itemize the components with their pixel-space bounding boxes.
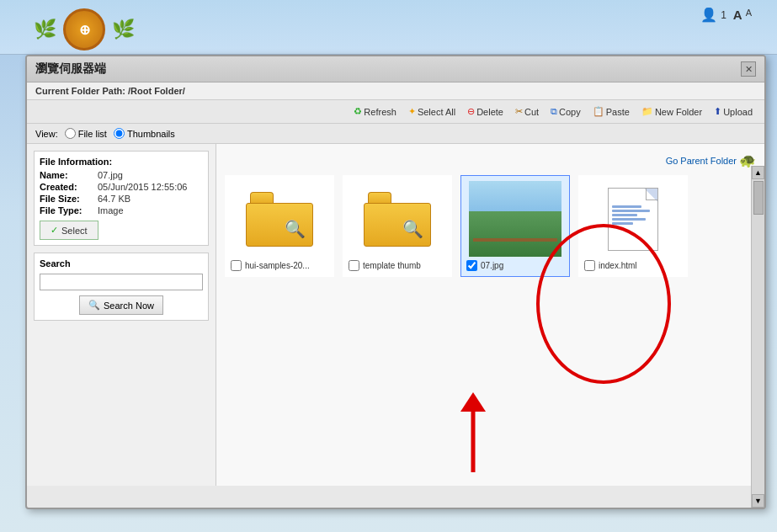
type-value: Image [98,205,124,215]
cut-button[interactable]: ✂ Cut [512,104,542,119]
dialog-close-button[interactable]: ✕ [741,61,756,77]
toolbar: ♻ Refresh ✦ Select All ⊖ Delete ✂ Cut ⧉ … [27,100,764,124]
go-parent-button[interactable]: Go Parent Folder 🐢 [666,152,756,168]
refresh-button[interactable]: ♻ Refresh [350,104,400,119]
cut-icon: ✂ [515,106,523,117]
red-arrow-annotation [439,388,507,486]
select-all-button[interactable]: ✦ Select All [405,104,459,119]
thumb-checkbox-2[interactable] [349,260,359,271]
upload-icon: ⬆ [714,106,721,117]
dialog-title: 瀏覽伺服器端 [35,61,106,77]
right-panel[interactable]: Go Parent Folder 🐢 🔍 [216,144,764,486]
upload-button[interactable]: ⬆ Upload [710,104,756,119]
size-value: 64.7 KB [98,194,130,204]
thumb-image-area-1: 🔍 [233,181,326,257]
scroll-up-button[interactable]: ▲ [752,166,764,179]
logo-icon: ⊕ [63,8,105,51]
size-row: File Size: 64.7 KB [40,194,203,204]
paste-icon: 📋 [593,106,604,117]
paste-button[interactable]: 📋 Paste [589,104,633,119]
thumb-image-area-3 [469,181,561,257]
checkmark-icon: ✓ [51,225,58,236]
content-area: File Information: Name: 07.jpg Created: … [27,144,764,486]
copy-button[interactable]: ⧉ Copy [547,104,584,119]
thumb-label-1: hui-samples-20... [245,261,310,270]
name-row: Name: 07.jpg [40,170,203,180]
search-icon: 🔍 [88,300,100,311]
thumb-image-area-2: 🔍 [351,181,444,257]
file-list-radio[interactable] [65,128,76,139]
type-row: File Type: Image [40,205,203,215]
created-row: Created: 05/Jun/2015 12:55:06 [40,182,203,192]
thumb-label-4: index.html [599,261,637,270]
svg-marker-1 [460,392,486,412]
folder-icon-1: 🔍 [246,192,313,247]
search-section: Search 🔍 Search Now [34,253,209,321]
thumb-label-2: template thumb [363,261,421,270]
name-value: 07.jpg [98,170,123,180]
list-item[interactable]: 07.jpg [460,175,570,277]
search-now-button[interactable]: 🔍 Search Now [79,295,163,315]
list-item[interactable]: 🔍 hui-samples-20... [225,175,334,277]
image-preview-3 [469,181,561,257]
font-small-btn[interactable]: A [746,8,752,22]
thumbnails-radio[interactable] [114,128,125,139]
font-large-btn[interactable]: A [733,8,742,22]
user-area: 👤 1 [700,7,726,23]
left-panel: File Information: Name: 07.jpg Created: … [27,144,216,486]
search-input[interactable] [40,274,203,290]
path-label: Current Folder Path: [35,86,125,96]
checkbox-row-4: index.html [584,260,682,271]
folder-icon-2: 🔍 [364,192,431,247]
created-value: 05/Jun/2015 12:55:06 [98,182,187,192]
select-button[interactable]: ✓ Select [40,221,98,240]
path-value: /Root Folder/ [128,86,185,96]
logo-area: 🌿 ⊕ 🌿 [34,8,135,51]
view-label: View: [35,129,58,139]
created-label: Created: [40,182,94,192]
size-label: File Size: [40,194,94,204]
list-item[interactable]: 🔍 template thumb [343,175,452,277]
file-browser-dialog: 瀏覽伺服器端 ✕ Current Folder Path: /Root Fold… [25,55,766,509]
thumbnails-grid: 🔍 hui-samples-20... [225,175,756,277]
go-parent-row: Go Parent Folder 🐢 [225,152,756,168]
type-label: File Type: [40,205,94,215]
font-size-controls: A A [733,8,752,22]
dialog-titlebar: 瀏覽伺服器端 ✕ [27,56,764,82]
user-count: 1 [721,9,726,21]
thumbnails-radio-label[interactable]: Thumbnails [114,128,175,139]
thumb-label-3: 07.jpg [481,261,503,270]
thumb-checkbox-1[interactable] [231,260,242,271]
delete-button[interactable]: ⊖ Delete [464,104,507,119]
html-file-icon [608,188,658,251]
copy-icon: ⧉ [551,106,557,117]
select-all-icon: ✦ [408,106,416,117]
file-info-section: File Information: Name: 07.jpg Created: … [34,151,209,246]
thumb-checkbox-3[interactable] [466,260,477,271]
thumb-checkbox-4[interactable] [584,260,595,271]
file-info-title: File Information: [40,157,203,167]
checkbox-row-2: template thumb [349,260,446,271]
user-icon: 👤 [700,7,717,23]
file-list-radio-label[interactable]: File list [65,128,107,139]
scroll-thumb[interactable] [753,181,764,215]
refresh-icon: ♻ [354,106,362,117]
checkbox-row-3: 07.jpg [466,260,564,271]
scrollbar[interactable]: ▲ ▼ [751,166,764,508]
scroll-down-button[interactable]: ▼ [752,494,764,508]
delete-icon: ⊖ [467,106,475,117]
new-folder-icon: 📁 [641,106,653,117]
view-bar: View: File list Thumbnails [27,124,764,144]
name-label: Name: [40,170,94,180]
current-path-bar: Current Folder Path: /Root Folder/ [27,82,764,100]
list-item[interactable]: index.html [578,175,688,277]
search-title: Search [40,258,203,269]
checkbox-row-1: hui-samples-20... [231,260,328,271]
thumb-image-area-4 [587,181,679,257]
new-folder-button[interactable]: 📁 New Folder [638,104,705,119]
top-bar: 👤 1 A A [700,7,752,23]
